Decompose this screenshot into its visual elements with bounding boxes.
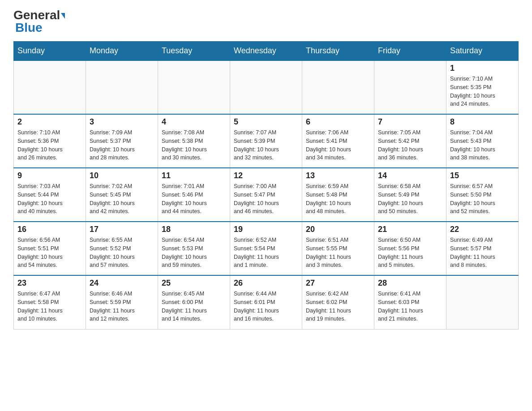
day-info: Sunrise: 6:59 AMSunset: 5:48 PMDaylight:… <box>306 182 370 216</box>
col-header-thursday: Thursday <box>302 42 374 61</box>
day-number: 5 <box>234 117 298 127</box>
day-number: 10 <box>90 171 154 180</box>
calendar-cell: 13Sunrise: 6:59 AMSunset: 5:48 PMDayligh… <box>302 168 374 222</box>
calendar-week-2: 2Sunrise: 7:10 AMSunset: 5:36 PMDaylight… <box>14 114 519 168</box>
day-number: 17 <box>90 225 154 234</box>
calendar-cell: 21Sunrise: 6:50 AMSunset: 5:56 PMDayligh… <box>374 222 446 275</box>
calendar-cell: 10Sunrise: 7:02 AMSunset: 5:45 PMDayligh… <box>86 168 158 222</box>
day-number: 2 <box>17 117 82 127</box>
calendar-week-3: 9Sunrise: 7:03 AMSunset: 5:44 PMDaylight… <box>14 168 519 222</box>
day-info: Sunrise: 7:06 AMSunset: 5:41 PMDaylight:… <box>306 128 370 162</box>
calendar-cell <box>158 60 230 114</box>
day-info: Sunrise: 7:07 AMSunset: 5:39 PMDaylight:… <box>234 128 298 162</box>
calendar-cell: 2Sunrise: 7:10 AMSunset: 5:36 PMDaylight… <box>14 114 86 168</box>
calendar-cell: 24Sunrise: 6:46 AMSunset: 5:59 PMDayligh… <box>86 275 158 329</box>
day-number: 24 <box>90 278 154 288</box>
day-number: 3 <box>90 117 154 127</box>
col-header-sunday: Sunday <box>14 42 86 61</box>
day-number: 4 <box>162 117 226 127</box>
calendar-cell: 7Sunrise: 7:05 AMSunset: 5:42 PMDaylight… <box>374 114 446 168</box>
calendar-cell: 23Sunrise: 6:47 AMSunset: 5:58 PMDayligh… <box>14 275 86 329</box>
day-info: Sunrise: 7:09 AMSunset: 5:37 PMDaylight:… <box>90 128 154 162</box>
day-number: 6 <box>306 117 370 127</box>
day-number: 26 <box>234 278 298 288</box>
day-number: 9 <box>17 171 82 180</box>
logo: General Blue <box>13 9 65 34</box>
day-info: Sunrise: 7:03 AMSunset: 5:44 PMDaylight:… <box>17 182 82 216</box>
day-info: Sunrise: 6:56 AMSunset: 5:51 PMDaylight:… <box>17 236 82 270</box>
day-number: 25 <box>162 278 226 288</box>
day-number: 7 <box>378 117 442 127</box>
calendar-cell <box>86 60 158 114</box>
day-number: 8 <box>450 117 515 127</box>
calendar-week-1: 1Sunrise: 7:10 AMSunset: 5:35 PMDaylight… <box>14 60 519 114</box>
col-header-monday: Monday <box>86 42 158 61</box>
calendar-cell: 18Sunrise: 6:54 AMSunset: 5:53 PMDayligh… <box>158 222 230 275</box>
day-info: Sunrise: 6:49 AMSunset: 5:57 PMDaylight:… <box>450 236 515 270</box>
day-info: Sunrise: 7:04 AMSunset: 5:43 PMDaylight:… <box>450 128 515 162</box>
day-info: Sunrise: 7:05 AMSunset: 5:42 PMDaylight:… <box>378 128 442 162</box>
calendar-cell: 9Sunrise: 7:03 AMSunset: 5:44 PMDaylight… <box>14 168 86 222</box>
day-number: 21 <box>378 225 442 234</box>
calendar-cell: 26Sunrise: 6:44 AMSunset: 6:01 PMDayligh… <box>230 275 302 329</box>
day-info: Sunrise: 7:10 AMSunset: 5:36 PMDaylight:… <box>17 128 82 162</box>
day-info: Sunrise: 7:08 AMSunset: 5:38 PMDaylight:… <box>162 128 226 162</box>
day-number: 1 <box>450 64 515 73</box>
calendar-cell <box>374 60 446 114</box>
day-number: 14 <box>378 171 442 180</box>
day-number: 22 <box>450 225 515 234</box>
calendar-cell: 8Sunrise: 7:04 AMSunset: 5:43 PMDaylight… <box>446 114 519 168</box>
calendar-cell: 3Sunrise: 7:09 AMSunset: 5:37 PMDaylight… <box>86 114 158 168</box>
logo-general-text: General <box>13 9 65 21</box>
day-info: Sunrise: 6:46 AMSunset: 5:59 PMDaylight:… <box>90 290 154 323</box>
day-info: Sunrise: 7:10 AMSunset: 5:35 PMDaylight:… <box>450 75 515 108</box>
calendar-cell: 6Sunrise: 7:06 AMSunset: 5:41 PMDaylight… <box>302 114 374 168</box>
day-info: Sunrise: 6:41 AMSunset: 6:03 PMDaylight:… <box>378 290 442 323</box>
page-header: General Blue <box>13 9 519 34</box>
day-info: Sunrise: 7:02 AMSunset: 5:45 PMDaylight:… <box>90 182 154 216</box>
col-header-tuesday: Tuesday <box>158 42 230 61</box>
day-info: Sunrise: 6:58 AMSunset: 5:49 PMDaylight:… <box>378 182 442 216</box>
day-number: 28 <box>378 278 442 288</box>
calendar-week-4: 16Sunrise: 6:56 AMSunset: 5:51 PMDayligh… <box>14 222 519 275</box>
calendar-table: SundayMondayTuesdayWednesdayThursdayFrid… <box>13 41 519 330</box>
calendar-cell: 20Sunrise: 6:51 AMSunset: 5:55 PMDayligh… <box>302 222 374 275</box>
calendar-cell: 14Sunrise: 6:58 AMSunset: 5:49 PMDayligh… <box>374 168 446 222</box>
day-number: 11 <box>162 171 226 180</box>
day-info: Sunrise: 6:47 AMSunset: 5:58 PMDaylight:… <box>17 290 82 323</box>
day-number: 23 <box>17 278 82 288</box>
calendar-week-5: 23Sunrise: 6:47 AMSunset: 5:58 PMDayligh… <box>14 275 519 329</box>
calendar-header-row: SundayMondayTuesdayWednesdayThursdayFrid… <box>14 42 519 61</box>
logo-blue-text: Blue <box>15 21 43 34</box>
calendar-cell: 12Sunrise: 7:00 AMSunset: 5:47 PMDayligh… <box>230 168 302 222</box>
calendar-cell: 19Sunrise: 6:52 AMSunset: 5:54 PMDayligh… <box>230 222 302 275</box>
day-number: 15 <box>450 171 515 180</box>
day-info: Sunrise: 6:50 AMSunset: 5:56 PMDaylight:… <box>378 236 442 270</box>
calendar-cell: 15Sunrise: 6:57 AMSunset: 5:50 PMDayligh… <box>446 168 519 222</box>
calendar-cell <box>446 275 519 329</box>
day-info: Sunrise: 6:52 AMSunset: 5:54 PMDaylight:… <box>234 236 298 270</box>
calendar-cell: 27Sunrise: 6:42 AMSunset: 6:02 PMDayligh… <box>302 275 374 329</box>
calendar-cell: 22Sunrise: 6:49 AMSunset: 5:57 PMDayligh… <box>446 222 519 275</box>
col-header-friday: Friday <box>374 42 446 61</box>
day-info: Sunrise: 6:57 AMSunset: 5:50 PMDaylight:… <box>450 182 515 216</box>
calendar-cell: 5Sunrise: 7:07 AMSunset: 5:39 PMDaylight… <box>230 114 302 168</box>
day-info: Sunrise: 7:00 AMSunset: 5:47 PMDaylight:… <box>234 182 298 216</box>
calendar-cell: 4Sunrise: 7:08 AMSunset: 5:38 PMDaylight… <box>158 114 230 168</box>
calendar-cell <box>230 60 302 114</box>
day-number: 19 <box>234 225 298 234</box>
day-info: Sunrise: 6:55 AMSunset: 5:52 PMDaylight:… <box>90 236 154 270</box>
day-info: Sunrise: 6:51 AMSunset: 5:55 PMDaylight:… <box>306 236 370 270</box>
calendar-cell <box>302 60 374 114</box>
day-info: Sunrise: 6:45 AMSunset: 6:00 PMDaylight:… <box>162 290 226 323</box>
day-info: Sunrise: 6:44 AMSunset: 6:01 PMDaylight:… <box>234 290 298 323</box>
day-info: Sunrise: 7:01 AMSunset: 5:46 PMDaylight:… <box>162 182 226 216</box>
calendar-cell: 11Sunrise: 7:01 AMSunset: 5:46 PMDayligh… <box>158 168 230 222</box>
day-info: Sunrise: 6:54 AMSunset: 5:53 PMDaylight:… <box>162 236 226 270</box>
day-number: 13 <box>306 171 370 180</box>
col-header-wednesday: Wednesday <box>230 42 302 61</box>
day-number: 20 <box>306 225 370 234</box>
day-number: 16 <box>17 225 82 234</box>
day-number: 18 <box>162 225 226 234</box>
calendar-cell: 25Sunrise: 6:45 AMSunset: 6:00 PMDayligh… <box>158 275 230 329</box>
